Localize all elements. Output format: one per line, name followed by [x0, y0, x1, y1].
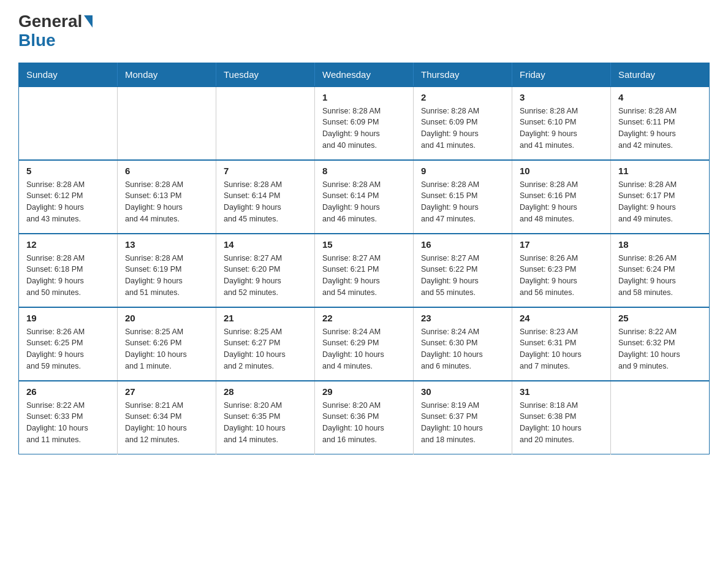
- day-info: Sunrise: 8:27 AMSunset: 6:21 PMDaylight:…: [322, 253, 406, 299]
- day-info: Sunrise: 8:28 AMSunset: 6:10 PMDaylight:…: [520, 105, 603, 151]
- weekday-header-friday: Friday: [512, 63, 611, 86]
- day-number: 30: [421, 386, 504, 397]
- calendar-cell: 6Sunrise: 8:28 AMSunset: 6:13 PMDaylight…: [118, 160, 216, 234]
- calendar-cell: 10Sunrise: 8:28 AMSunset: 6:16 PMDayligh…: [512, 160, 611, 234]
- day-info: Sunrise: 8:22 AMSunset: 6:33 PMDaylight:…: [26, 400, 110, 446]
- day-info: Sunrise: 8:19 AMSunset: 6:37 PMDaylight:…: [421, 400, 504, 446]
- calendar-cell: 13Sunrise: 8:28 AMSunset: 6:19 PMDayligh…: [118, 234, 216, 307]
- day-number: 12: [26, 239, 110, 250]
- calendar-cell: 8Sunrise: 8:28 AMSunset: 6:14 PMDaylight…: [315, 160, 414, 234]
- calendar-cell: 25Sunrise: 8:22 AMSunset: 6:32 PMDayligh…: [611, 307, 710, 381]
- calendar-week-row: 19Sunrise: 8:26 AMSunset: 6:25 PMDayligh…: [19, 307, 710, 381]
- calendar-cell: 7Sunrise: 8:28 AMSunset: 6:14 PMDaylight…: [216, 160, 315, 234]
- calendar-week-row: 26Sunrise: 8:22 AMSunset: 6:33 PMDayligh…: [19, 381, 710, 454]
- day-info: Sunrise: 8:28 AMSunset: 6:18 PMDaylight:…: [26, 253, 110, 299]
- calendar-cell: 14Sunrise: 8:27 AMSunset: 6:20 PMDayligh…: [216, 234, 315, 307]
- day-info: Sunrise: 8:28 AMSunset: 6:14 PMDaylight:…: [322, 179, 406, 225]
- weekday-header-wednesday: Wednesday: [315, 63, 414, 86]
- day-info: Sunrise: 8:24 AMSunset: 6:29 PMDaylight:…: [322, 326, 406, 372]
- logo: General Blue: [18, 12, 94, 50]
- calendar-cell: 19Sunrise: 8:26 AMSunset: 6:25 PMDayligh…: [19, 307, 118, 381]
- day-number: 1: [322, 92, 406, 102]
- day-number: 28: [224, 386, 307, 397]
- day-info: Sunrise: 8:28 AMSunset: 6:12 PMDaylight:…: [26, 179, 110, 225]
- day-number: 7: [224, 166, 307, 176]
- day-number: 10: [520, 166, 603, 176]
- calendar-table: SundayMondayTuesdayWednesdayThursdayFrid…: [18, 63, 710, 455]
- day-number: 27: [125, 386, 208, 397]
- day-number: 15: [322, 239, 406, 250]
- calendar-cell: 27Sunrise: 8:21 AMSunset: 6:34 PMDayligh…: [118, 381, 216, 454]
- day-info: Sunrise: 8:21 AMSunset: 6:34 PMDaylight:…: [125, 400, 208, 446]
- calendar-cell: 26Sunrise: 8:22 AMSunset: 6:33 PMDayligh…: [19, 381, 118, 454]
- day-number: 13: [125, 239, 208, 250]
- calendar-cell: 20Sunrise: 8:25 AMSunset: 6:26 PMDayligh…: [118, 307, 216, 381]
- calendar-week-row: 1Sunrise: 8:28 AMSunset: 6:09 PMDaylight…: [19, 86, 710, 160]
- day-number: 25: [618, 313, 702, 323]
- day-number: 14: [224, 239, 307, 250]
- day-info: Sunrise: 8:18 AMSunset: 6:38 PMDaylight:…: [520, 400, 603, 446]
- calendar-cell: 21Sunrise: 8:25 AMSunset: 6:27 PMDayligh…: [216, 307, 315, 381]
- day-info: Sunrise: 8:20 AMSunset: 6:36 PMDaylight:…: [322, 400, 406, 446]
- day-number: 17: [520, 239, 603, 250]
- weekday-header-saturday: Saturday: [611, 63, 710, 86]
- day-info: Sunrise: 8:26 AMSunset: 6:23 PMDaylight:…: [520, 253, 603, 299]
- day-number: 29: [322, 386, 406, 397]
- calendar-cell: 5Sunrise: 8:28 AMSunset: 6:12 PMDaylight…: [19, 160, 118, 234]
- day-info: Sunrise: 8:26 AMSunset: 6:24 PMDaylight:…: [618, 253, 702, 299]
- day-info: Sunrise: 8:26 AMSunset: 6:25 PMDaylight:…: [26, 326, 110, 372]
- logo-triangle-icon: [84, 15, 93, 28]
- day-number: 5: [26, 166, 110, 176]
- calendar-cell: 22Sunrise: 8:24 AMSunset: 6:29 PMDayligh…: [315, 307, 414, 381]
- day-number: 8: [322, 166, 406, 176]
- calendar-cell: 4Sunrise: 8:28 AMSunset: 6:11 PMDaylight…: [611, 86, 710, 160]
- calendar-cell: 9Sunrise: 8:28 AMSunset: 6:15 PMDaylight…: [414, 160, 512, 234]
- day-number: 6: [125, 166, 208, 176]
- day-info: Sunrise: 8:28 AMSunset: 6:16 PMDaylight:…: [520, 179, 603, 225]
- day-number: 19: [26, 313, 110, 323]
- calendar-cell: 28Sunrise: 8:20 AMSunset: 6:35 PMDayligh…: [216, 381, 315, 454]
- day-info: Sunrise: 8:24 AMSunset: 6:30 PMDaylight:…: [421, 326, 504, 372]
- weekday-header-monday: Monday: [118, 63, 216, 86]
- calendar-cell: 24Sunrise: 8:23 AMSunset: 6:31 PMDayligh…: [512, 307, 611, 381]
- day-info: Sunrise: 8:28 AMSunset: 6:19 PMDaylight:…: [125, 253, 208, 299]
- day-number: 18: [618, 239, 702, 250]
- calendar-cell: 23Sunrise: 8:24 AMSunset: 6:30 PMDayligh…: [414, 307, 512, 381]
- day-number: 21: [224, 313, 307, 323]
- page-header: General Blue: [18, 12, 710, 50]
- day-info: Sunrise: 8:28 AMSunset: 6:11 PMDaylight:…: [618, 105, 702, 151]
- calendar-header-row: SundayMondayTuesdayWednesdayThursdayFrid…: [19, 63, 710, 86]
- calendar-cell: 12Sunrise: 8:28 AMSunset: 6:18 PMDayligh…: [19, 234, 118, 307]
- calendar-cell: 17Sunrise: 8:26 AMSunset: 6:23 PMDayligh…: [512, 234, 611, 307]
- day-info: Sunrise: 8:28 AMSunset: 6:14 PMDaylight:…: [224, 179, 307, 225]
- calendar-week-row: 5Sunrise: 8:28 AMSunset: 6:12 PMDaylight…: [19, 160, 710, 234]
- day-number: 23: [421, 313, 504, 323]
- day-info: Sunrise: 8:27 AMSunset: 6:22 PMDaylight:…: [421, 253, 504, 299]
- day-number: 20: [125, 313, 208, 323]
- weekday-header-thursday: Thursday: [414, 63, 512, 86]
- day-info: Sunrise: 8:28 AMSunset: 6:15 PMDaylight:…: [421, 179, 504, 225]
- calendar-cell: 2Sunrise: 8:28 AMSunset: 6:09 PMDaylight…: [414, 86, 512, 160]
- day-info: Sunrise: 8:25 AMSunset: 6:27 PMDaylight:…: [224, 326, 307, 372]
- day-info: Sunrise: 8:28 AMSunset: 6:09 PMDaylight:…: [421, 105, 504, 151]
- day-number: 16: [421, 239, 504, 250]
- day-number: 2: [421, 92, 504, 102]
- day-info: Sunrise: 8:25 AMSunset: 6:26 PMDaylight:…: [125, 326, 208, 372]
- logo-text-blue: Blue: [18, 31, 56, 50]
- calendar-cell: 3Sunrise: 8:28 AMSunset: 6:10 PMDaylight…: [512, 86, 611, 160]
- calendar-cell: [216, 86, 315, 160]
- calendar-cell: [611, 381, 710, 454]
- day-info: Sunrise: 8:28 AMSunset: 6:17 PMDaylight:…: [618, 179, 702, 225]
- calendar-cell: 29Sunrise: 8:20 AMSunset: 6:36 PMDayligh…: [315, 381, 414, 454]
- day-number: 9: [421, 166, 504, 176]
- day-info: Sunrise: 8:22 AMSunset: 6:32 PMDaylight:…: [618, 326, 702, 372]
- calendar-cell: [19, 86, 118, 160]
- day-info: Sunrise: 8:23 AMSunset: 6:31 PMDaylight:…: [520, 326, 603, 372]
- day-number: 3: [520, 92, 603, 102]
- day-number: 24: [520, 313, 603, 323]
- day-number: 22: [322, 313, 406, 323]
- calendar-cell: 1Sunrise: 8:28 AMSunset: 6:09 PMDaylight…: [315, 86, 414, 160]
- day-info: Sunrise: 8:27 AMSunset: 6:20 PMDaylight:…: [224, 253, 307, 299]
- day-info: Sunrise: 8:20 AMSunset: 6:35 PMDaylight:…: [224, 400, 307, 446]
- calendar-week-row: 12Sunrise: 8:28 AMSunset: 6:18 PMDayligh…: [19, 234, 710, 307]
